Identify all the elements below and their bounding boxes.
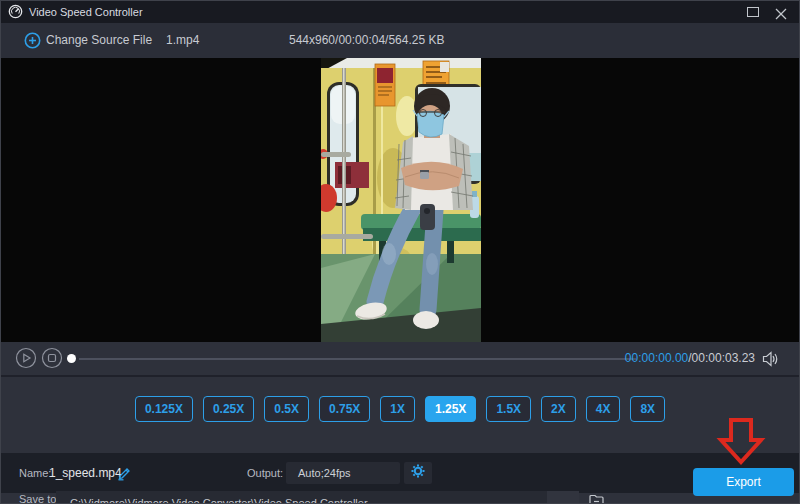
speed-1.5x-button[interactable]: 1.5X xyxy=(486,396,531,422)
output-file-name: 1_speed.mp4 xyxy=(49,453,122,493)
total-time: /00:00:03.23 xyxy=(688,351,755,365)
speed-panel: 0.125X 0.25X 0.5X 0.75X 1X 1.25X 1.5X 2X… xyxy=(1,375,799,453)
speed-8x-button[interactable]: 8X xyxy=(630,396,665,422)
footer-bar: Name: 1_speed.mp4 Output: Auto;24fps xyxy=(1,453,799,493)
speed-0.125x-button[interactable]: 0.125X xyxy=(135,396,193,422)
volume-icon[interactable] xyxy=(762,351,779,371)
speedometer-app-icon xyxy=(8,4,23,23)
file-name: 1.mp4 xyxy=(166,23,199,58)
output-label: Output: xyxy=(247,453,283,493)
play-icon[interactable] xyxy=(15,347,37,373)
speed-1x-button[interactable]: 1X xyxy=(380,396,415,422)
folder-icon[interactable] xyxy=(588,492,606,504)
speed-4x-button[interactable]: 4X xyxy=(586,396,621,422)
speed-1.25x-button-selected[interactable]: 1.25X xyxy=(425,396,476,422)
speed-0.25x-button[interactable]: 0.25X xyxy=(203,396,254,422)
title-bar: Video Speed Controller xyxy=(1,1,799,23)
pencil-icon[interactable] xyxy=(117,466,132,485)
source-toolbar: Change Source File 1.mp4 544x960/00:00:0… xyxy=(1,23,799,58)
output-format-field[interactable]: Auto;24fps xyxy=(286,462,400,484)
file-info: 544x960/00:00:04/564.25 KB xyxy=(289,23,444,58)
maximize-icon[interactable] xyxy=(747,7,759,17)
window-title: Video Speed Controller xyxy=(29,1,143,23)
export-button[interactable]: Export xyxy=(693,468,794,496)
add-circle-icon[interactable] xyxy=(24,32,41,53)
name-label: Name: xyxy=(19,453,51,493)
speed-0.75x-button[interactable]: 0.75X xyxy=(319,396,370,422)
seek-bar[interactable] xyxy=(79,358,636,360)
change-source-file-button[interactable]: Change Source File xyxy=(46,23,152,58)
player-bar: 00:00:00.00/00:00:03.23 xyxy=(1,342,799,375)
video-stage xyxy=(1,58,799,342)
speed-0.5x-button[interactable]: 0.5X xyxy=(264,396,309,422)
stop-icon[interactable] xyxy=(41,347,63,373)
speed-options: 0.125X 0.25X 0.5X 0.75X 1X 1.25X 1.5X 2X… xyxy=(1,377,799,422)
save-to-label: Save to: xyxy=(19,493,59,504)
browse-more-button[interactable]: ... xyxy=(547,491,579,504)
time-display: 00:00:00.00/00:00:03.23 xyxy=(625,342,755,375)
gear-icon xyxy=(411,464,425,482)
close-icon[interactable] xyxy=(775,6,787,24)
speed-2x-button[interactable]: 2X xyxy=(541,396,576,422)
app-window: Video Speed Controller Change Source Fil… xyxy=(0,0,800,504)
seek-thumb[interactable] xyxy=(67,354,76,363)
save-path-field[interactable]: C:\Vidmore\Vidmore Video Converter\Video… xyxy=(56,491,547,504)
output-settings-button[interactable] xyxy=(404,462,432,484)
current-time: 00:00:00.00 xyxy=(625,351,688,365)
video-frame xyxy=(321,58,481,342)
